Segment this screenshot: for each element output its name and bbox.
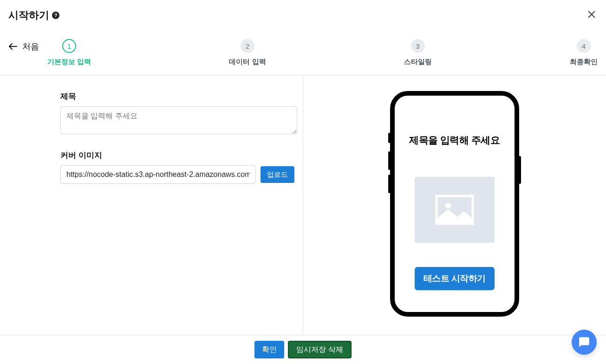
title-field-label: 제목 (60, 91, 294, 102)
cover-row: 업로드 (60, 165, 294, 184)
step-data-input[interactable]: 2 데이터 입력 (229, 39, 266, 66)
title-input[interactable] (60, 106, 297, 134)
preview-start-button: 테스트 시작하기 (415, 267, 495, 290)
cover-url-input[interactable] (60, 165, 256, 184)
stepper-row: 처음 1 기본정보 입력 2 데이터 입력 3 스타일링 4 최종확인 (0, 31, 606, 75)
steps: 1 기본정보 입력 2 데이터 입력 3 스타일링 4 최종확인 (47, 39, 606, 66)
back-label: 처음 (22, 41, 39, 52)
confirm-button[interactable]: 확인 (254, 341, 284, 358)
phone-preview: 제목을 입력해 주세요 테스트 시작하기 (390, 91, 519, 317)
left-panel: 제목 커버 이미지 업로드 (0, 75, 303, 339)
image-placeholder-icon (435, 195, 474, 225)
step-basic-info[interactable]: 1 기본정보 입력 (47, 39, 91, 66)
phone-button-decoration (388, 133, 391, 143)
step-label: 데이터 입력 (229, 58, 266, 66)
delete-draft-button[interactable]: 임시저장 삭제 (288, 341, 351, 358)
preview-title: 제목을 입력해 주세요 (409, 134, 500, 147)
upload-button[interactable]: 업로드 (261, 166, 294, 183)
svg-point-4 (445, 203, 451, 208)
phone-button-decoration (388, 175, 391, 193)
step-label: 기본정보 입력 (47, 58, 91, 66)
step-circle: 1 (62, 39, 76, 53)
arrow-left-icon (8, 43, 18, 50)
main-content: 제목 커버 이미지 업로드 제목을 입력해 주세요 (0, 75, 606, 339)
step-final-check[interactable]: 4 최종확인 (570, 39, 598, 66)
phone-button-decoration (519, 156, 521, 184)
back-button[interactable]: 처음 (0, 41, 47, 52)
header-title-wrap: 시작하기 ? (8, 8, 59, 22)
close-icon (587, 10, 596, 19)
chat-icon (578, 336, 590, 348)
chat-bubble-button[interactable] (572, 330, 597, 355)
right-panel: 제목을 입력해 주세요 테스트 시작하기 (303, 75, 606, 339)
preview-image-placeholder (415, 177, 495, 243)
page-title: 시작하기 (8, 8, 49, 22)
close-button[interactable] (586, 8, 598, 22)
step-circle: 3 (411, 39, 425, 53)
footer: 확인 임시저장 삭제 (0, 335, 606, 364)
cover-field-label: 커버 이미지 (60, 150, 294, 161)
step-circle: 4 (577, 39, 591, 53)
step-circle: 2 (241, 39, 254, 53)
step-label: 스타일링 (404, 58, 432, 66)
phone-button-decoration (388, 151, 391, 170)
step-label: 최종확인 (570, 58, 598, 66)
step-styling[interactable]: 3 스타일링 (404, 39, 432, 66)
svg-rect-5 (437, 218, 473, 224)
help-icon[interactable]: ? (52, 12, 59, 19)
header: 시작하기 ? (0, 0, 606, 31)
